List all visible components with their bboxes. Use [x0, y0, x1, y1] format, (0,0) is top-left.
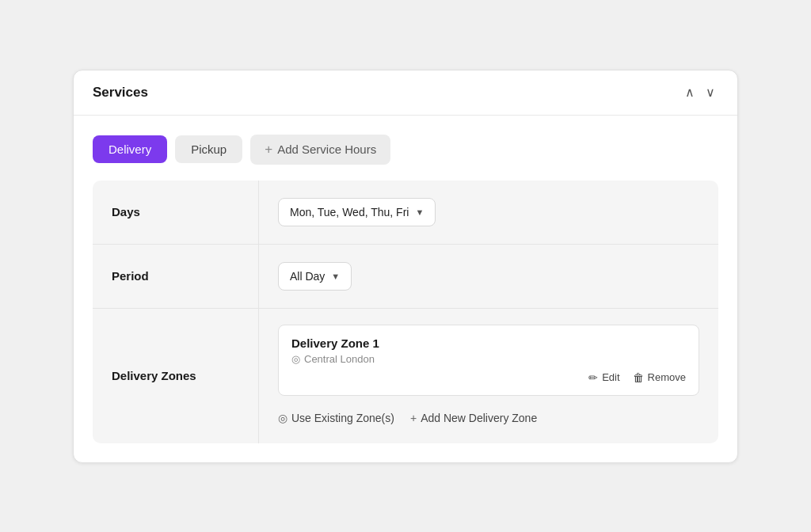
zone-card: Delivery Zone 1 ◎ Central London ✏ [278, 325, 699, 396]
delivery-zones-label: Delivery Zones [93, 309, 259, 443]
chevron-down-button[interactable]: ∨ [702, 85, 718, 101]
add-service-hours-button[interactable]: + Add Service Hours [250, 135, 390, 165]
location-pin-icon: ◎ [291, 353, 300, 365]
period-label: Period [93, 245, 259, 308]
days-dropdown-arrow: ▼ [415, 207, 424, 217]
edit-label: Edit [602, 371, 619, 383]
zone-card-header: Delivery Zone 1 ◎ Central London [291, 336, 686, 365]
period-row: Period All Day ▼ [93, 245, 718, 309]
delivery-zones-row: Delivery Zones Delivery Zone 1 ◎ Central… [93, 309, 718, 443]
delivery-zones-value-cell: Delivery Zone 1 ◎ Central London ✏ [259, 309, 718, 443]
days-row: Days Mon, Tue, Wed, Thu, Fri ▼ [93, 180, 718, 245]
period-dropdown-arrow: ▼ [331, 272, 340, 281]
days-value-cell: Mon, Tue, Wed, Thu, Fri ▼ [259, 180, 718, 244]
zone-actions: ✏ Edit 🗑 Remove [588, 371, 686, 384]
services-card: Services ∧ ∨ Delivery Pickup + Add Servi… [73, 70, 738, 463]
chevron-up-button[interactable]: ∧ [682, 85, 698, 101]
remove-label: Remove [648, 371, 686, 383]
service-table: Days Mon, Tue, Wed, Thu, Fri ▼ Period Al… [93, 180, 718, 443]
bottom-actions: ◎ Use Existing Zone(s) + Add New Deliver… [278, 408, 537, 428]
period-dropdown-value: All Day [290, 270, 325, 283]
tab-delivery[interactable]: Delivery [93, 135, 167, 163]
edit-icon: ✏ [588, 371, 598, 384]
zone-location-text: Central London [304, 353, 375, 365]
edit-zone-button[interactable]: ✏ Edit [588, 371, 619, 384]
card-title: Services [93, 85, 148, 101]
add-new-icon: + [410, 412, 417, 424]
use-existing-icon: ◎ [278, 412, 287, 424]
tab-row: Delivery Pickup + Add Service Hours [93, 135, 718, 165]
tab-pickup[interactable]: Pickup [175, 135, 242, 163]
days-dropdown-value: Mon, Tue, Wed, Thu, Fri [290, 206, 409, 218]
add-new-delivery-zone-button[interactable]: + Add New Delivery Zone [410, 412, 537, 424]
use-existing-zones-button[interactable]: ◎ Use Existing Zone(s) [278, 412, 394, 424]
zone-actions-row: ✏ Edit 🗑 Remove [291, 365, 686, 384]
add-service-label: Add Service Hours [277, 142, 376, 156]
remove-zone-button[interactable]: 🗑 Remove [633, 371, 686, 384]
use-existing-label: Use Existing Zone(s) [291, 412, 394, 424]
period-value-cell: All Day ▼ [259, 245, 718, 308]
days-dropdown[interactable]: Mon, Tue, Wed, Thu, Fri ▼ [278, 198, 436, 226]
remove-icon: 🗑 [633, 371, 644, 384]
zone-info: Delivery Zone 1 ◎ Central London [291, 336, 379, 365]
header-controls: ∧ ∨ [682, 85, 718, 101]
zone-location: ◎ Central London [291, 353, 379, 365]
zone-name: Delivery Zone 1 [291, 336, 379, 350]
card-header: Services ∧ ∨ [74, 70, 737, 116]
period-dropdown[interactable]: All Day ▼ [278, 262, 352, 291]
plus-icon: + [265, 142, 272, 158]
card-body: Delivery Pickup + Add Service Hours Days… [74, 116, 737, 462]
days-label: Days [93, 180, 259, 244]
add-new-label: Add New Delivery Zone [421, 412, 537, 424]
